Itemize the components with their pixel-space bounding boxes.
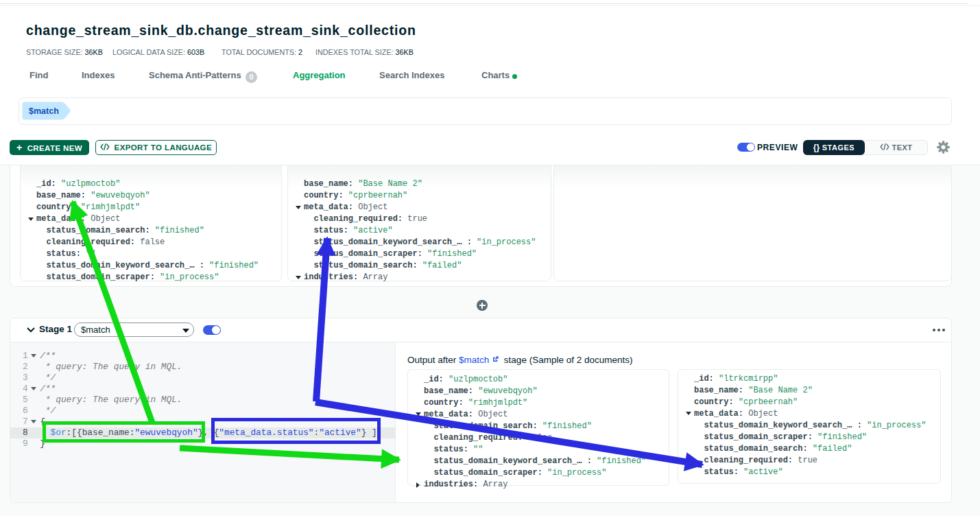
svg-text:$match: $match <box>29 106 59 116</box>
